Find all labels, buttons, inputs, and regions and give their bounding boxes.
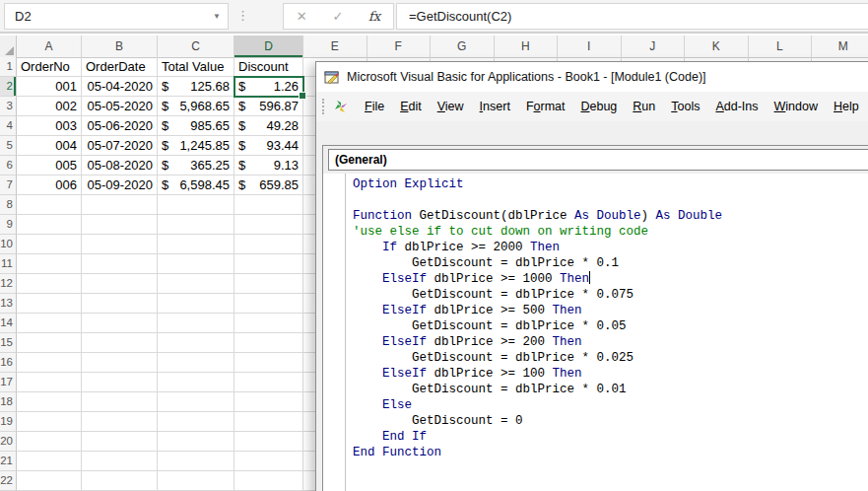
cell-B5[interactable]: 05-07-2020 [82, 136, 158, 156]
column-header-H[interactable]: H [495, 35, 559, 57]
column-header-E[interactable]: E [303, 35, 367, 57]
vba-menu-file[interactable]: File [357, 96, 392, 117]
code-text[interactable]: Option Explicit Function GetDiscount(dbl… [346, 176, 868, 491]
vba-menu-run[interactable]: Run [625, 96, 663, 117]
column-header-B[interactable]: B [82, 35, 158, 57]
row-header-6[interactable]: 6 [0, 156, 17, 175]
vba-title-bar[interactable]: Microsoft Visual Basic for Applications … [316, 62, 868, 92]
code-line[interactable]: 'use else if to cut down on writing code [353, 224, 868, 240]
code-line[interactable]: End If [353, 429, 868, 445]
vba-menu-format[interactable]: Format [518, 96, 573, 117]
row-header-12[interactable]: 12 [0, 274, 17, 294]
column-header-K[interactable]: K [685, 35, 749, 57]
cell-A2[interactable]: 001 [17, 77, 82, 97]
row-header-1[interactable]: 1 [0, 57, 17, 77]
row-header-13[interactable]: 13 [0, 294, 17, 314]
vba-menu-tools[interactable]: Tools [663, 96, 707, 117]
row-header-17[interactable]: 17 [0, 373, 17, 392]
margin-indicator-bar[interactable] [323, 174, 346, 491]
cell-C7[interactable]: $6,598.45 [158, 175, 234, 195]
row-header-10[interactable]: 10 [0, 235, 17, 254]
row-header-2[interactable]: 2 [0, 77, 17, 97]
cell-D3[interactable]: $596.87 [234, 97, 303, 116]
code-line[interactable]: If dblPrice >= 2000 Then [353, 240, 868, 255]
cell-A3[interactable]: 002 [17, 97, 82, 116]
row-header-16[interactable]: 16 [0, 353, 17, 373]
view-excel-icon[interactable] [333, 99, 349, 114]
toolbar-grip-icon[interactable] [322, 99, 324, 114]
row-header-5[interactable]: 5 [0, 136, 17, 156]
cell-header-orderdate[interactable]: OrderDate [82, 57, 158, 77]
cell-D5[interactable]: $93.44 [234, 136, 303, 156]
cell-D6[interactable]: $9.13 [234, 156, 303, 175]
cancel-icon[interactable]: ✕ [297, 10, 307, 23]
row-header-7[interactable]: 7 [0, 175, 17, 195]
column-header-I[interactable]: I [558, 35, 622, 57]
cell-header-total-value[interactable]: Total Value [158, 57, 234, 77]
cell-D4[interactable]: $49.28 [234, 116, 303, 136]
cell-D7[interactable]: $659.85 [234, 175, 303, 195]
cell-C3[interactable]: $5,968.65 [158, 97, 234, 116]
row-header-14[interactable]: 14 [0, 314, 17, 333]
cell-C5[interactable]: $1,245.85 [158, 136, 234, 156]
column-header-A[interactable]: A [17, 35, 82, 57]
code-line[interactable] [353, 192, 868, 208]
column-header-G[interactable]: G [431, 35, 495, 57]
fill-handle[interactable] [299, 92, 306, 100]
vba-menu-edit[interactable]: Edit [392, 96, 430, 117]
column-header-M[interactable]: M [812, 35, 868, 57]
formula-input[interactable]: =GetDiscount(C2) [396, 3, 868, 30]
code-editor[interactable]: Option Explicit Function GetDiscount(dbl… [323, 174, 868, 491]
code-line[interactable]: GetDiscount = dblPrice * 0.01 [353, 382, 868, 397]
row-header-22[interactable]: 22 [0, 471, 17, 491]
code-line[interactable]: Function GetDiscount(dblPrice As Double)… [353, 208, 868, 224]
code-line[interactable]: ElseIf dblPrice >= 200 Then [353, 334, 868, 350]
row-header-18[interactable]: 18 [0, 392, 17, 412]
cell-B6[interactable]: 05-08-2020 [82, 156, 158, 175]
object-dropdown[interactable]: (General) [328, 149, 868, 171]
row-header-11[interactable]: 11 [0, 254, 17, 274]
cell-B4[interactable]: 05-06-2020 [82, 116, 158, 136]
code-line[interactable]: End Function [353, 445, 868, 460]
column-header-L[interactable]: L [749, 35, 813, 57]
cell-header-orderno[interactable]: OrderNo [17, 57, 82, 77]
cell-header-discount[interactable]: Discount [234, 57, 303, 77]
cell-A4[interactable]: 003 [17, 116, 82, 136]
code-line[interactable]: ElseIf dblPrice >= 100 Then [353, 366, 868, 382]
code-line[interactable]: Option Explicit [353, 176, 868, 192]
code-line[interactable]: GetDiscount = dblPrice * 0.025 [353, 350, 868, 366]
code-line[interactable]: GetDiscount = 0 [353, 413, 868, 429]
row-header-20[interactable]: 20 [0, 432, 17, 452]
row-header-4[interactable]: 4 [0, 116, 17, 136]
vba-menu-debug[interactable]: Debug [572, 96, 625, 117]
code-line[interactable]: ElseIf dblPrice >= 500 Then [353, 303, 868, 318]
row-header-9[interactable]: 9 [0, 215, 17, 235]
code-line[interactable]: Else [353, 397, 868, 413]
cell-B2[interactable]: 05-04-2020 [82, 77, 158, 97]
code-line[interactable]: ElseIf dblPrice >= 1000 Then [353, 271, 868, 287]
cell-B7[interactable]: 05-09-2020 [82, 175, 158, 195]
cell-C2[interactable]: $125.68 [158, 77, 234, 97]
cell-C4[interactable]: $985.65 [158, 116, 234, 136]
code-line[interactable]: GetDiscount = dblPrice * 0.075 [353, 287, 868, 303]
row-header-3[interactable]: 3 [0, 97, 17, 116]
enter-icon[interactable]: ✓ [332, 10, 343, 23]
vba-menu-help[interactable]: Help [826, 96, 867, 117]
row-header-19[interactable]: 19 [0, 412, 17, 432]
cell-A6[interactable]: 005 [17, 156, 82, 175]
name-box[interactable]: D2 ▼ [4, 3, 229, 30]
row-header-21[interactable]: 21 [0, 452, 17, 471]
insert-function-icon[interactable]: fx [368, 9, 380, 24]
row-header-8[interactable]: 8 [0, 195, 17, 215]
column-header-C[interactable]: C [158, 35, 234, 57]
vba-menu-window[interactable]: Window [767, 96, 826, 117]
vba-menu-add-ins[interactable]: Add-Ins [707, 96, 766, 117]
cell-C6[interactable]: $365.25 [158, 156, 234, 175]
code-line[interactable]: GetDiscount = dblPrice * 0.1 [353, 255, 868, 271]
vba-menu-insert[interactable]: Insert [472, 96, 518, 117]
cell-A5[interactable]: 004 [17, 136, 82, 156]
select-all-button[interactable] [0, 35, 17, 57]
vba-menu-view[interactable]: View [430, 96, 472, 117]
column-header-J[interactable]: J [622, 35, 686, 57]
row-header-15[interactable]: 15 [0, 333, 17, 353]
